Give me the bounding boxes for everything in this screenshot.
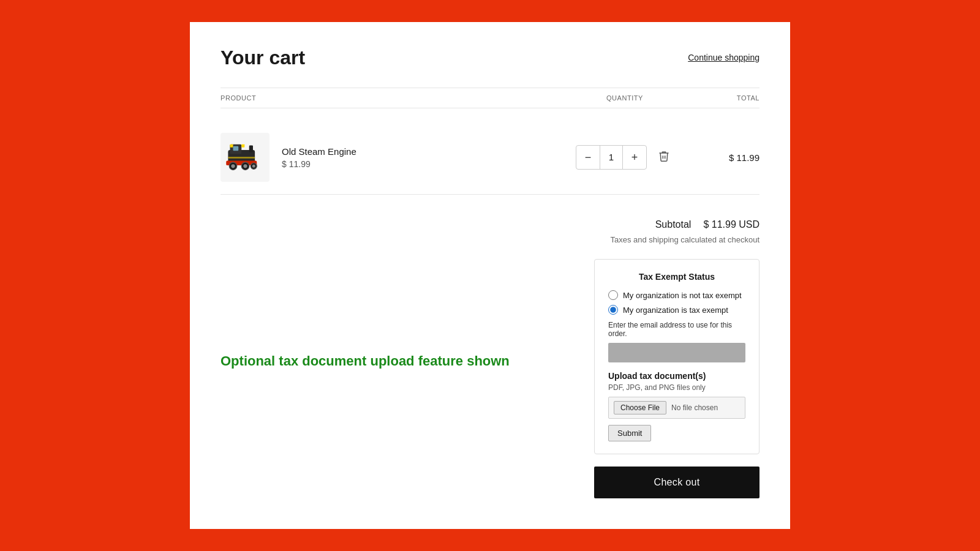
delete-item-button[interactable] <box>654 146 674 169</box>
item-total: $ 11.99 <box>686 152 760 163</box>
file-input-row: Choose File No file chosen <box>608 397 745 419</box>
subtotal-row: Subtotal $ 11.99 USD <box>655 219 760 230</box>
col-header-total: TOTAL <box>686 94 760 102</box>
tax-exempt-box: Tax Exempt Status My organization is not… <box>594 259 760 454</box>
email-note: Enter the email address to use for this … <box>608 321 745 338</box>
svg-rect-13 <box>228 157 255 159</box>
choose-file-button[interactable]: Choose File <box>614 401 666 414</box>
col-header-quantity: QUANTITY <box>564 94 686 102</box>
svg-point-7 <box>231 164 235 168</box>
cart-page: Your cart Continue shopping PRODUCT QUAN… <box>190 22 790 529</box>
svg-point-9 <box>243 164 247 168</box>
item-product: Old Steam Engine $ 11.99 <box>221 133 564 182</box>
tax-not-exempt-label: My organization is not tax exempt <box>623 291 742 300</box>
checkout-button[interactable]: Check out <box>594 467 760 498</box>
cart-title: Your cart <box>221 47 305 69</box>
tax-exempt-option[interactable]: My organization is tax exempt <box>608 305 745 315</box>
trash-icon <box>658 150 670 162</box>
train-image <box>222 138 268 178</box>
tax-exempt-label: My organization is tax exempt <box>623 305 728 315</box>
item-name: Old Steam Engine <box>282 146 356 157</box>
table-header: PRODUCT QUANTITY TOTAL <box>221 88 760 108</box>
upload-title: Upload tax document(s) <box>608 371 745 381</box>
subtotal-value: $ 11.99 USD <box>703 219 760 230</box>
tax-not-exempt-radio[interactable] <box>608 290 618 300</box>
col-header-product: PRODUCT <box>221 94 564 102</box>
quantity-value: 1 <box>600 146 623 169</box>
tax-exempt-radio[interactable] <box>608 305 618 315</box>
tax-note: Taxes and shipping calculated at checkou… <box>610 235 760 244</box>
email-input[interactable] <box>608 343 745 362</box>
subtotal-label: Subtotal <box>655 219 692 230</box>
no-file-text: No file chosen <box>671 403 718 412</box>
submit-button[interactable]: Submit <box>608 425 651 441</box>
quantity-decrease-button[interactable]: − <box>576 146 600 169</box>
upload-formats: PDF, JPG, and PNG files only <box>608 383 745 392</box>
item-info: Old Steam Engine $ 11.99 <box>282 146 356 169</box>
tax-not-exempt-option[interactable]: My organization is not tax exempt <box>608 290 745 300</box>
tax-exempt-title: Tax Exempt Status <box>608 272 745 282</box>
optional-feature-text: Optional tax document upload feature sho… <box>221 353 510 370</box>
svg-rect-12 <box>233 146 238 151</box>
cart-item: Old Steam Engine $ 11.99 − 1 + $ 11.99 <box>221 121 760 195</box>
svg-rect-3 <box>230 144 233 147</box>
svg-rect-4 <box>249 145 252 152</box>
item-image-wrapper <box>221 133 270 182</box>
svg-rect-2 <box>241 144 244 147</box>
svg-point-11 <box>252 164 255 167</box>
item-price: $ 11.99 <box>282 159 356 169</box>
cart-header: Your cart Continue shopping <box>221 47 760 69</box>
continue-shopping-link[interactable]: Continue shopping <box>688 53 760 62</box>
upload-section: Upload tax document(s) PDF, JPG, and PNG… <box>608 371 745 441</box>
item-quantity: − 1 + <box>564 145 686 170</box>
quantity-increase-button[interactable]: + <box>623 146 646 169</box>
quantity-controls: − 1 + <box>576 145 647 170</box>
